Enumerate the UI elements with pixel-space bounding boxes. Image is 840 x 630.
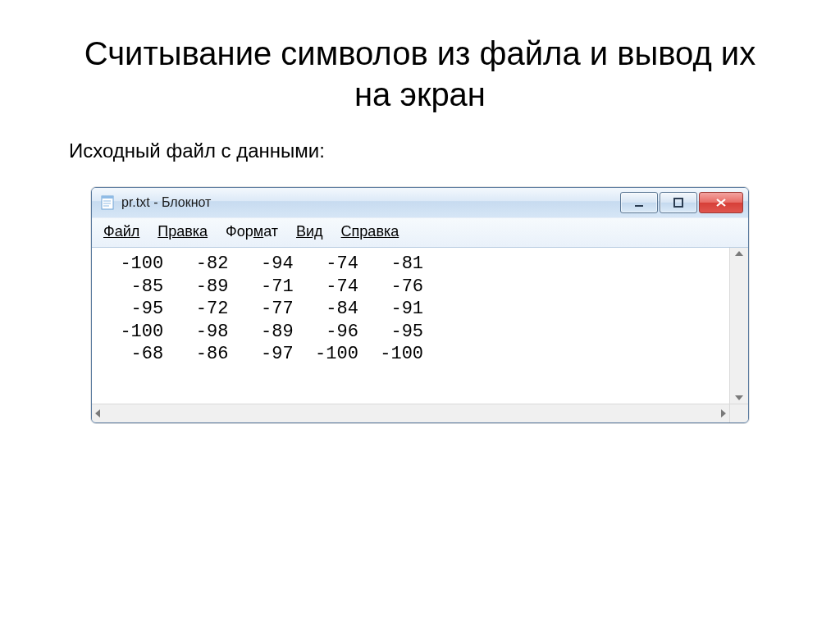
close-button[interactable] (699, 192, 743, 213)
window-title: pr.txt - Блокнот (121, 195, 211, 210)
menu-file[interactable]: Файл (103, 223, 139, 240)
svg-rect-6 (674, 199, 682, 207)
titlebar[interactable]: pr.txt - Блокнот (92, 188, 748, 217)
slide-subtitle: Исходный файл с данными: (69, 139, 774, 162)
scroll-left-icon[interactable] (95, 409, 100, 418)
menubar: Файл Правка Формат Вид Справка (92, 217, 748, 248)
vertical-scrollbar[interactable] (729, 248, 748, 404)
horizontal-scrollbar[interactable] (92, 404, 729, 422)
notepad-window: pr.txt - Блокнот Файл Правка (91, 187, 749, 423)
scroll-right-icon[interactable] (721, 409, 726, 418)
svg-rect-5 (635, 205, 643, 207)
scrollbar-corner (729, 404, 748, 422)
maximize-button[interactable] (660, 192, 697, 213)
window-buttons (619, 192, 743, 213)
menu-edit[interactable]: Правка (158, 223, 208, 240)
menu-help[interactable]: Справка (341, 223, 399, 240)
client-area: -100 -82 -94 -74 -81 -85 -89 -71 -74 -76… (92, 248, 748, 404)
notepad-icon (100, 195, 115, 210)
slide-title: Считывание символов из файла и вывод их … (66, 33, 774, 115)
menu-view[interactable]: Вид (296, 223, 323, 240)
scroll-up-icon[interactable] (735, 251, 743, 256)
minimize-button[interactable] (620, 192, 658, 213)
svg-rect-1 (102, 196, 113, 199)
text-content[interactable]: -100 -82 -94 -74 -81 -85 -89 -71 -74 -76… (92, 248, 729, 404)
menu-format[interactable]: Формат (226, 223, 278, 240)
scroll-down-icon[interactable] (735, 395, 743, 400)
